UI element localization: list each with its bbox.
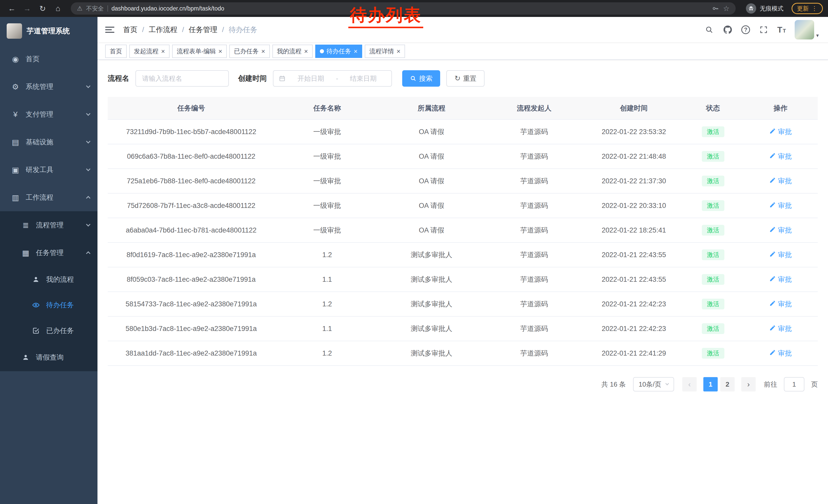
goto-page-input[interactable] [784, 377, 804, 392]
column-header-initiator: 流程发起人 [483, 97, 585, 120]
sidebar-item[interactable]: ◉首页 [0, 45, 97, 73]
start-date-input[interactable] [288, 75, 334, 83]
end-date-input[interactable] [340, 75, 386, 83]
close-icon[interactable]: × [161, 48, 165, 55]
search-icon[interactable] [704, 25, 714, 35]
avatar[interactable] [795, 20, 814, 40]
task-table-body: 73211d9d-7b9b-11ec-b5b7-acde48001122一级审批… [108, 120, 818, 366]
sidebar-item[interactable]: 待办任务 [0, 292, 97, 318]
approve-link[interactable]: 审批 [769, 127, 792, 136]
tab[interactable]: 流程详情× [365, 45, 405, 58]
approve-link[interactable]: 审批 [769, 152, 792, 161]
task-table: 任务编号 任务名称 所属流程 流程发起人 创建时间 状态 操作 73211d9d… [108, 97, 818, 366]
cell-initiator: 芋道源码 [483, 169, 585, 193]
incognito-badge[interactable]: 无痕模式 [742, 3, 787, 13]
tab[interactable]: 首页 [105, 45, 127, 58]
pagination: 共 16 条 10条/页 ‹ 12 › 前往 页 [108, 377, 818, 392]
reset-button[interactable]: ↻ 重置 [446, 70, 485, 87]
cell-task-id: 75d72608-7b7f-11ec-a3c8-acde48001122 [108, 193, 275, 218]
sidebar-item[interactable]: ≣流程管理 [0, 211, 97, 239]
help-icon[interactable]: ? [741, 26, 750, 34]
user-menu[interactable]: ▾ [795, 20, 819, 40]
sidebar-item[interactable]: 已办任务 [0, 318, 97, 343]
approve-link[interactable]: 审批 [769, 250, 792, 260]
filter-bar: 流程名 创建时间 - 搜索 ↻ 重置 [108, 70, 818, 87]
table-header-row: 任务编号 任务名称 所属流程 流程发起人 创建时间 状态 操作 [108, 97, 818, 120]
sidebar-item-label: 支付管理 [26, 110, 87, 119]
tab[interactable]: 已办任务× [229, 45, 270, 58]
cell-status: 激活 [683, 292, 743, 316]
back-icon[interactable]: ← [5, 2, 18, 15]
approve-link[interactable]: 审批 [769, 226, 792, 235]
cell-action: 审批 [743, 316, 818, 341]
close-icon[interactable]: × [261, 48, 265, 55]
close-icon[interactable]: × [397, 48, 401, 55]
tab[interactable]: 我的流程× [273, 45, 313, 58]
home-icon[interactable]: ⌂ [51, 2, 65, 15]
close-icon[interactable]: × [354, 48, 358, 55]
process-name-input[interactable] [135, 70, 229, 87]
cell-task-name: 1.2 [275, 242, 380, 267]
breadcrumb-separator: / [142, 26, 144, 34]
approve-link[interactable]: 审批 [769, 300, 792, 309]
page-size-select[interactable]: 10条/页 [633, 377, 674, 392]
github-icon[interactable] [723, 25, 733, 35]
page-number-button[interactable]: 1 [703, 377, 718, 392]
close-icon[interactable]: × [304, 48, 308, 55]
sidebar-item[interactable]: ▣研发工具 [0, 156, 97, 184]
breadcrumb-item[interactable]: 任务管理 [189, 25, 217, 35]
sidebar-item[interactable]: ¥支付管理 [0, 100, 97, 128]
status-badge: 激活 [702, 323, 724, 334]
search-button[interactable]: 搜索 [402, 70, 440, 87]
cell-action: 审批 [743, 169, 818, 193]
status-badge: 激活 [702, 126, 724, 137]
next-page-button[interactable]: › [741, 377, 756, 392]
app-logo[interactable]: 芋道管理系统 [0, 17, 97, 45]
tab[interactable]: 待办任务× [315, 45, 362, 58]
approve-link[interactable]: 审批 [769, 324, 792, 333]
cell-action: 审批 [743, 218, 818, 242]
breadcrumb-item[interactable]: 工作流程 [149, 25, 177, 35]
sidebar-item[interactable]: ▥工作流程 [0, 184, 97, 211]
page-number-button[interactable]: 2 [720, 377, 735, 392]
status-badge: 激活 [702, 225, 724, 236]
table-row: 75d72608-7b7f-11ec-a3c8-acde48001122一级审批… [108, 193, 818, 218]
update-button[interactable]: 更新 ⋮ [792, 3, 823, 14]
key-icon[interactable] [711, 4, 719, 12]
reload-icon[interactable]: ↻ [36, 2, 49, 15]
tab-label: 流程详情 [369, 47, 394, 55]
date-range-picker[interactable]: - [273, 70, 392, 87]
tab[interactable]: 流程表单-编辑× [172, 45, 227, 58]
fullscreen-icon[interactable] [759, 25, 769, 35]
breadcrumb-item[interactable]: 首页 [123, 25, 137, 35]
sidebar-toggle-icon[interactable] [97, 17, 122, 43]
cell-task-name: 一级审批 [275, 193, 380, 218]
approve-link[interactable]: 审批 [769, 349, 792, 358]
sidebar-item[interactable]: ⚙系统管理 [0, 73, 97, 100]
cell-created: 2022-01-22 18:25:41 [585, 218, 683, 242]
close-icon[interactable]: × [218, 48, 222, 55]
process-name-label: 流程名 [108, 74, 129, 83]
sidebar-item[interactable]: 我的流程 [0, 267, 97, 292]
approve-link[interactable]: 审批 [769, 201, 792, 210]
font-size-icon[interactable]: TT [777, 25, 786, 35]
star-icon[interactable]: ☆ [723, 4, 730, 13]
search-icon [410, 75, 417, 82]
approve-link[interactable]: 审批 [769, 275, 792, 284]
prev-page-button[interactable]: ‹ [682, 377, 697, 392]
cell-created: 2022-01-22 21:48:48 [585, 144, 683, 169]
tab-label: 我的流程 [277, 47, 302, 55]
cell-initiator: 芋道源码 [483, 292, 585, 316]
cell-created: 2022-01-21 22:42:23 [585, 292, 683, 316]
sidebar-item[interactable]: ▦任务管理 [0, 239, 97, 267]
sidebar-item[interactable]: 请假查询 [0, 343, 97, 371]
edit-icon [769, 152, 776, 161]
approve-link[interactable]: 审批 [769, 176, 792, 186]
chevron-down-icon [86, 111, 90, 116]
forward-icon[interactable]: → [20, 2, 34, 15]
more-menu-icon[interactable]: ⋮ [811, 5, 818, 12]
address-bar[interactable]: ⚠ 不安全 dashboard.yudao.iocoder.cn/bpm/tas… [71, 2, 736, 15]
cell-status: 激活 [683, 193, 743, 218]
tab[interactable]: 发起流程× [129, 45, 170, 58]
sidebar-item[interactable]: ▤基础设施 [0, 128, 97, 156]
